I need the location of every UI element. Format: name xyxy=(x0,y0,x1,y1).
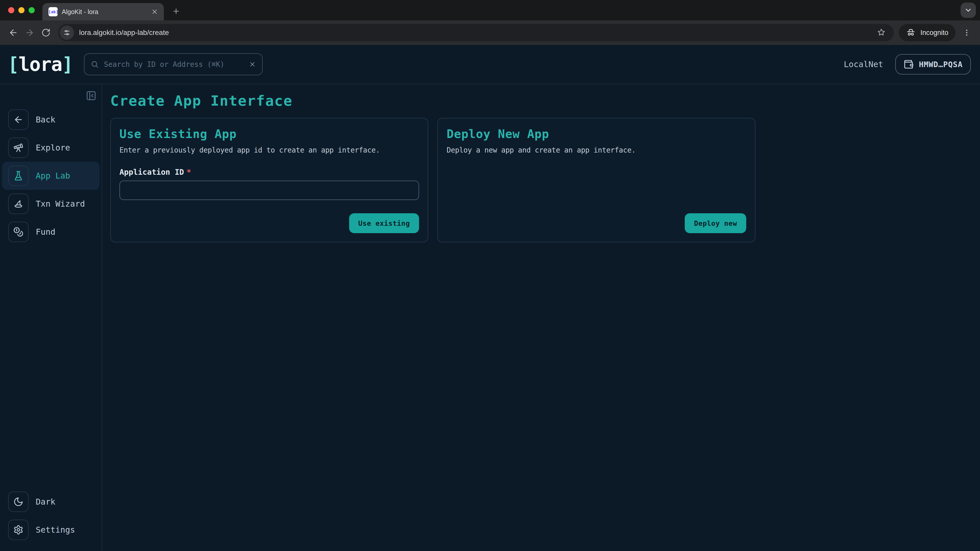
sidebar-bottom: Dark Settings xyxy=(0,488,102,551)
card-title: Use Existing App xyxy=(119,127,419,141)
sidebar-item-back[interactable]: Back xyxy=(2,106,100,134)
wallet-button[interactable]: HMWD…PQSA xyxy=(895,54,971,75)
lora-logo[interactable]: [lora] xyxy=(8,53,73,75)
sidebar-item-label: Dark xyxy=(36,497,56,507)
bookmark-star-icon[interactable] xyxy=(875,27,888,39)
minimize-window-button[interactable] xyxy=(18,7,24,13)
application-id-input[interactable] xyxy=(119,181,419,200)
card-description: Enter a previously deployed app id to cr… xyxy=(119,146,419,154)
site-info-icon[interactable] xyxy=(60,25,74,40)
tab-title: AlgoKit - lora xyxy=(62,8,145,16)
sidebar-item-label: App Lab xyxy=(36,171,70,181)
card-description: Deploy a new app and create an app inter… xyxy=(447,146,746,154)
back-nav-icon[interactable] xyxy=(5,24,21,41)
new-tab-button[interactable] xyxy=(169,5,183,18)
sidebar-item-fund[interactable]: Fund xyxy=(2,218,100,246)
sidebar-item-settings[interactable]: Settings xyxy=(2,516,100,544)
logo-bracket-left: [ xyxy=(8,53,19,75)
tab-close-icon[interactable] xyxy=(150,6,160,17)
sidebar-item-theme-toggle[interactable]: Dark xyxy=(2,488,100,516)
browser-menu-icon[interactable] xyxy=(959,24,975,41)
address-bar[interactable]: lora.algokit.io/app-lab/create xyxy=(58,24,894,41)
deploy-new-app-card: Deploy New App Deploy a new app and crea… xyxy=(438,118,756,242)
sidebar-item-txn-wizard[interactable]: Txn Wizard xyxy=(2,190,100,218)
flask-icon xyxy=(8,165,29,186)
sidebar-item-label: Settings xyxy=(36,525,75,535)
search-icon xyxy=(91,60,99,68)
wallet-address: HMWD…PQSA xyxy=(919,60,963,69)
browser-tab[interactable]: [ak] AlgoKit - lora xyxy=(42,3,164,21)
sidebar-item-label: Explore xyxy=(36,143,70,152)
maximize-window-button[interactable] xyxy=(29,7,35,13)
required-asterisk: * xyxy=(186,168,191,176)
incognito-icon xyxy=(906,28,916,38)
close-window-button[interactable] xyxy=(8,7,14,13)
page-title: Create App Interface xyxy=(110,92,980,110)
gear-icon xyxy=(8,519,29,540)
coins-icon xyxy=(8,222,29,242)
tab-search-chevron-button[interactable] xyxy=(961,3,976,18)
forward-nav-icon[interactable] xyxy=(21,24,38,41)
network-label[interactable]: LocalNet xyxy=(844,59,883,69)
back-arrow-icon xyxy=(8,110,29,130)
search-clear-icon[interactable] xyxy=(249,61,256,68)
sidebar-item-app-lab[interactable]: App Lab xyxy=(2,162,100,190)
sidebar-item-label: Txn Wizard xyxy=(36,199,85,209)
global-search[interactable] xyxy=(84,53,262,75)
sidebar-item-label: Fund xyxy=(36,227,56,237)
browser-toolbar: lora.algokit.io/app-lab/create Incognito xyxy=(0,21,980,45)
sidebar-item-label: Back xyxy=(36,115,56,124)
logo-bracket-right: ] xyxy=(62,53,73,75)
application-id-label: Application ID* xyxy=(119,168,419,176)
sidebar-collapse-icon[interactable] xyxy=(86,90,97,102)
wizard-hat-icon xyxy=(8,194,29,214)
deploy-new-button[interactable]: Deploy new xyxy=(685,213,746,233)
tab-favicon: [ak] xyxy=(48,7,58,16)
browser-titlebar: [ak] AlgoKit - lora xyxy=(0,0,980,21)
card-title: Deploy New App xyxy=(447,127,746,141)
app-header: [lora] LocalNet HMWD…PQSA xyxy=(0,45,980,84)
sidebar-item-explore[interactable]: Explore xyxy=(2,134,100,162)
reload-icon[interactable] xyxy=(38,24,54,41)
use-existing-app-card: Use Existing App Enter a previously depl… xyxy=(110,118,428,242)
incognito-badge: Incognito xyxy=(899,24,956,41)
moon-icon xyxy=(8,492,29,512)
use-existing-button[interactable]: Use existing xyxy=(349,213,419,233)
sidebar: Back Explore App Lab Txn Wizard xyxy=(0,84,102,551)
sidebar-nav: Back Explore App Lab Txn Wizard xyxy=(0,106,102,246)
telescope-icon xyxy=(8,138,29,158)
window-controls[interactable] xyxy=(8,7,35,13)
wallet-icon xyxy=(904,59,914,69)
logo-text: lora xyxy=(19,53,62,75)
url-text[interactable]: lora.algokit.io/app-lab/create xyxy=(79,29,875,37)
incognito-label: Incognito xyxy=(920,29,948,37)
main-content: Create App Interface Use Existing App En… xyxy=(102,84,980,551)
search-input[interactable] xyxy=(104,60,244,68)
